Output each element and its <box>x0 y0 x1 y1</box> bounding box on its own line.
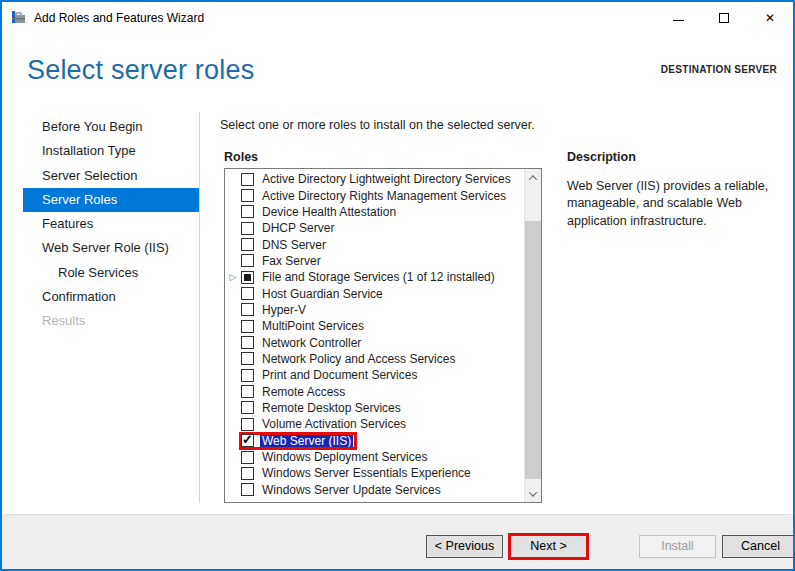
wizard-toolbox-icon <box>11 10 27 26</box>
maximize-icon <box>719 13 729 23</box>
sidebar-item[interactable]: Before You Begin <box>23 115 199 139</box>
role-checkbox[interactable] <box>241 205 254 218</box>
role-checkbox[interactable] <box>241 238 254 251</box>
role-list-item[interactable]: Remote Desktop Services <box>225 400 523 416</box>
sidebar-item[interactable]: Features <box>23 212 199 236</box>
role-checkbox[interactable] <box>241 352 254 365</box>
roles-listbox[interactable]: Active Directory Lightweight Directory S… <box>224 168 542 503</box>
role-list-item[interactable]: Remote Access <box>225 383 523 399</box>
sidebar-item[interactable]: Role Services <box>23 261 199 285</box>
sidebar-item-label: Server Selection <box>42 168 137 183</box>
next-button[interactable]: Next > <box>510 535 587 558</box>
role-label: MultiPoint Services <box>260 319 366 333</box>
sidebar-nav: Before You BeginInstallation TypeServer … <box>23 115 199 334</box>
role-list-item[interactable]: Hyper-V <box>225 302 523 318</box>
role-row-core: Network Policy and Access Services <box>241 352 459 366</box>
role-checkbox[interactable] <box>241 320 254 333</box>
role-list-item[interactable]: Network Controller <box>225 334 523 350</box>
role-label: Remote Desktop Services <box>260 401 403 415</box>
annotation-web-server-iis: Web Server (IIS) <box>241 434 355 448</box>
role-list-item[interactable]: Fax Server <box>225 253 523 269</box>
footer-button-bar: < PreviousNext >InstallCancel <box>2 515 793 569</box>
role-row-core: Windows Deployment Services <box>241 450 431 464</box>
role-checkbox[interactable] <box>241 287 254 300</box>
roles-list-label: Roles <box>224 150 258 164</box>
cancel-button[interactable]: Cancel <box>722 535 795 558</box>
role-checkbox[interactable] <box>241 271 254 284</box>
role-checkbox[interactable] <box>241 173 254 186</box>
role-checkbox[interactable] <box>241 222 254 235</box>
role-list-item[interactable]: DHCP Server <box>225 220 523 236</box>
role-list-item[interactable]: Volume Activation Services <box>225 416 523 432</box>
role-label: Windows Server Update Services <box>260 483 443 497</box>
caption-buttons: ✕ <box>655 2 793 33</box>
role-row-core: Active Directory Lightweight Directory S… <box>241 172 515 186</box>
role-checkbox[interactable] <box>241 483 254 496</box>
role-list-item[interactable]: Print and Document Services <box>225 367 523 383</box>
scroll-down-button[interactable] <box>525 485 541 502</box>
role-checkbox[interactable] <box>241 336 254 349</box>
role-label: Hyper-V <box>260 303 308 317</box>
role-checkbox[interactable] <box>241 254 254 267</box>
role-list-item[interactable]: Windows Deployment Services <box>225 449 523 465</box>
role-row-core: Network Controller <box>241 336 365 350</box>
role-checkbox[interactable] <box>241 189 254 202</box>
role-list-item[interactable]: Network Policy and Access Services <box>225 351 523 367</box>
window-title: Add Roles and Features Wizard <box>34 11 204 25</box>
sidebar-item-label: Confirmation <box>42 289 116 304</box>
minimize-button[interactable] <box>655 2 701 33</box>
sidebar-item[interactable]: Confirmation <box>23 285 199 309</box>
role-list-item[interactable]: DNS Server <box>225 236 523 252</box>
role-checkbox[interactable] <box>241 434 254 447</box>
role-label: Network Controller <box>260 336 363 350</box>
sidebar-item-label: Installation Type <box>42 143 136 158</box>
role-checkbox[interactable] <box>241 401 254 414</box>
role-list-item[interactable]: Host Guardian Service <box>225 285 523 301</box>
role-row-core: File and Storage Services (1 of 12 insta… <box>241 270 499 284</box>
wizard-window: Add Roles and Features Wizard ✕ Select s… <box>0 0 795 571</box>
role-label: DHCP Server <box>260 221 336 235</box>
scrollbar-thumb[interactable] <box>525 221 541 479</box>
role-list-item[interactable]: Windows Server Essentials Experience <box>225 465 523 481</box>
sidebar-item-label: Role Services <box>58 265 138 280</box>
role-checkbox[interactable] <box>241 418 254 431</box>
maximize-button[interactable] <box>701 2 747 33</box>
role-row-core: Windows Server Essentials Experience <box>241 466 475 480</box>
scroll-up-button[interactable] <box>525 169 541 186</box>
role-list-item[interactable]: Windows Server Update Services <box>225 482 523 498</box>
role-label: DNS Server <box>260 238 328 252</box>
role-checkbox[interactable] <box>241 451 254 464</box>
description-panel: Description Web Server (IIS) provides a … <box>567 150 785 230</box>
role-label: Active Directory Lightweight Directory S… <box>260 172 513 186</box>
role-checkbox[interactable] <box>241 385 254 398</box>
close-icon: ✕ <box>765 11 775 25</box>
sidebar-item[interactable]: Installation Type <box>23 139 199 163</box>
role-row-core: Remote Desktop Services <box>241 401 405 415</box>
role-list-item[interactable]: Active Directory Rights Management Servi… <box>225 187 523 203</box>
role-label: Volume Activation Services <box>260 417 408 431</box>
role-list-item[interactable]: Device Health Attestation <box>225 204 523 220</box>
role-row-core: Volume Activation Services <box>241 417 410 431</box>
role-label: File and Storage Services (1 of 12 insta… <box>260 270 497 284</box>
role-checkbox[interactable] <box>241 303 254 316</box>
sidebar-item[interactable]: Server Selection <box>23 164 199 188</box>
sidebar-item[interactable]: Results <box>23 309 199 333</box>
role-list-item[interactable]: Web Server (IIS) <box>225 433 523 449</box>
scrollbar-track[interactable] <box>525 186 541 485</box>
role-checkbox[interactable] <box>241 467 254 480</box>
sidebar-item-label: Web Server Role (IIS) <box>42 240 169 255</box>
role-list-item[interactable]: MultiPoint Services <box>225 318 523 334</box>
role-label: Network Policy and Access Services <box>260 352 457 366</box>
role-list-item[interactable]: Active Directory Lightweight Directory S… <box>225 171 523 187</box>
roles-rows: Active Directory Lightweight Directory S… <box>225 171 523 502</box>
role-row-core: Print and Document Services <box>241 368 421 382</box>
description-heading: Description <box>567 150 785 164</box>
close-button[interactable]: ✕ <box>747 2 793 33</box>
previous-button[interactable]: < Previous <box>426 535 503 558</box>
roles-scrollbar[interactable] <box>524 169 541 502</box>
sidebar-item[interactable]: Web Server Role (IIS) <box>23 236 199 260</box>
role-checkbox[interactable] <box>241 369 254 382</box>
sidebar-item[interactable]: Server Roles <box>23 188 199 212</box>
sidebar-item-label: Results <box>42 313 85 328</box>
role-list-item[interactable]: ▷File and Storage Services (1 of 12 inst… <box>225 269 523 285</box>
